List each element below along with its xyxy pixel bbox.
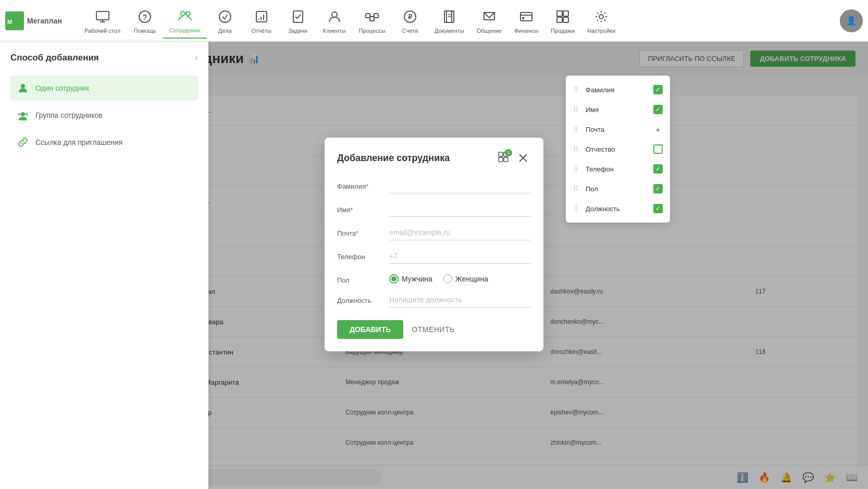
- gender-male-radio[interactable]: [389, 274, 399, 284]
- field-label-phone: Телефон: [586, 165, 649, 173]
- modal-close-button[interactable]: [515, 150, 531, 166]
- modal-actions: 1: [495, 150, 531, 166]
- nav-item-deals[interactable]: Дела: [207, 4, 243, 38]
- svg-point-54: [21, 84, 25, 88]
- finance-icon: [517, 8, 535, 26]
- checkmark-icon: ✓: [655, 165, 661, 173]
- nav-item-sales[interactable]: Продажи: [544, 4, 581, 38]
- modal-title: Добавление сотрудника: [337, 153, 450, 164]
- nav-item-employees[interactable]: Сотрудники: [163, 3, 207, 39]
- svg-rect-61: [504, 157, 508, 162]
- svg-point-8: [186, 11, 190, 16]
- top-navigation: М Мегаплан Рабочий стол ? Помощь Сотрудн…: [0, 0, 868, 42]
- field-item-name[interactable]: ⠿ Имя ✓: [566, 100, 670, 119]
- nav-item-help[interactable]: ? Помощь: [127, 4, 163, 38]
- tasks-icon: [289, 8, 307, 26]
- gender-female-radio[interactable]: [443, 274, 452, 284]
- field-item-gender[interactable]: ⠿ Пол ✓: [566, 179, 670, 199]
- help-icon: ?: [136, 8, 154, 26]
- communication-icon: [480, 8, 498, 26]
- field-checkbox-phone[interactable]: ✓: [653, 164, 663, 174]
- field-checkbox-patronymic[interactable]: [653, 144, 663, 154]
- deals-icon: [216, 8, 234, 26]
- svg-point-7: [181, 11, 185, 16]
- field-item-phone[interactable]: ⠿ Телефон ✓: [566, 159, 670, 179]
- svg-point-34: [599, 15, 603, 19]
- field-checkbox-position[interactable]: ✓: [653, 204, 663, 213]
- svg-rect-2: [96, 11, 109, 20]
- add-method-panel: Способ добавления ‹ Один сотрудник Групп…: [0, 42, 208, 489]
- settings-badge: 1: [505, 149, 512, 156]
- nav-item-clients[interactable]: Клиенты: [316, 4, 353, 38]
- field-checkbox-surname[interactable]: ✓: [653, 85, 663, 94]
- panel-header: Способ добавления ‹: [10, 52, 198, 63]
- nav-item-processes[interactable]: Процессы: [353, 4, 392, 38]
- nav-item-tasks[interactable]: Задачи: [280, 4, 316, 38]
- add-employee-modal: Добавление сотрудника 1 Фамилия: [325, 138, 543, 351]
- gender-female-option[interactable]: Женщина: [443, 274, 488, 284]
- gender-male-option[interactable]: Мужчина: [389, 274, 432, 284]
- logo-text: Мегаплан: [27, 17, 62, 25]
- position-input[interactable]: [389, 292, 531, 308]
- field-item-email[interactable]: ⠿ Почта ●: [566, 119, 670, 139]
- svg-point-55: [21, 112, 25, 116]
- user-avatar[interactable]: 👤: [840, 9, 863, 32]
- field-item-surname[interactable]: ⠿ Фамилия ✓: [566, 80, 670, 100]
- email-input[interactable]: [389, 225, 531, 240]
- nav-item-desktop[interactable]: Рабочий стол: [78, 4, 127, 38]
- name-input[interactable]: [389, 202, 531, 217]
- surname-input[interactable]: [389, 178, 531, 193]
- method-label-link: Ссылка для приглашения: [35, 138, 122, 146]
- field-checkbox-name[interactable]: ✓: [653, 105, 663, 114]
- nav-item-finance[interactable]: Финансы: [508, 4, 544, 38]
- svg-rect-58: [499, 152, 503, 156]
- required-marker: *: [350, 206, 353, 214]
- phone-input[interactable]: [389, 249, 531, 264]
- sales-icon: [554, 8, 572, 26]
- link-icon: [17, 136, 29, 149]
- modal-settings-button[interactable]: 1: [495, 150, 511, 166]
- svg-text:?: ?: [143, 13, 147, 21]
- panel-back-button[interactable]: ‹: [195, 52, 198, 63]
- logo[interactable]: М Мегаплан: [5, 11, 68, 30]
- processes-icon: [363, 8, 381, 26]
- gender-male-label: Мужчина: [402, 275, 432, 283]
- field-item-position[interactable]: ⠿ Должность ✓: [566, 199, 670, 218]
- method-item-group[interactable]: Группа сотрудников: [10, 103, 198, 128]
- field-checkbox-gender[interactable]: ✓: [653, 184, 663, 193]
- checkmark-icon: ✓: [655, 106, 661, 113]
- svg-rect-27: [520, 13, 532, 21]
- nav-item-documents[interactable]: Документы: [428, 4, 470, 38]
- nav-item-invoices[interactable]: ₽ Счета: [392, 4, 428, 38]
- nav-item-settings[interactable]: Настройки: [581, 4, 622, 38]
- checkmark-icon: ✓: [655, 86, 661, 93]
- nav-item-communication[interactable]: Общение: [470, 4, 508, 38]
- gender-field-group: Пол Мужчина Женщина: [337, 272, 531, 284]
- field-item-patronymic[interactable]: ⠿ Отчество: [566, 139, 670, 159]
- drag-handle-icon: ⠿: [573, 204, 581, 213]
- svg-point-56: [18, 113, 21, 116]
- nav-label-processes: Процессы: [359, 28, 386, 34]
- nav-label-sales: Продажи: [551, 28, 575, 34]
- nav-item-reports[interactable]: Отчёты: [243, 4, 280, 38]
- svg-point-57: [26, 113, 28, 116]
- svg-text:₽: ₽: [408, 13, 413, 21]
- nav-label-tasks: Задачи: [288, 28, 307, 34]
- nav-label-invoices: Счета: [402, 28, 418, 34]
- svg-rect-29: [522, 17, 524, 19]
- gender-label: Пол: [337, 272, 389, 284]
- drag-handle-icon: ⠿: [573, 125, 581, 133]
- field-label-position: Должность: [586, 205, 649, 213]
- nav-label-finance: Финансы: [514, 28, 538, 34]
- required-marker: *: [356, 229, 358, 237]
- svg-text:М: М: [7, 19, 12, 25]
- svg-rect-30: [557, 11, 562, 16]
- position-field-group: Должность: [337, 292, 531, 308]
- nav-label-reports: Отчёты: [251, 28, 271, 34]
- submit-button[interactable]: ДОБАВИТЬ: [337, 320, 403, 339]
- field-label-gender: Пол: [586, 185, 649, 193]
- cancel-button[interactable]: ОТМЕНИТЬ: [412, 325, 454, 334]
- method-item-one[interactable]: Один сотрудник: [10, 76, 198, 101]
- drag-handle-icon: ⠿: [573, 145, 581, 153]
- method-item-link[interactable]: Ссылка для приглашения: [10, 130, 198, 155]
